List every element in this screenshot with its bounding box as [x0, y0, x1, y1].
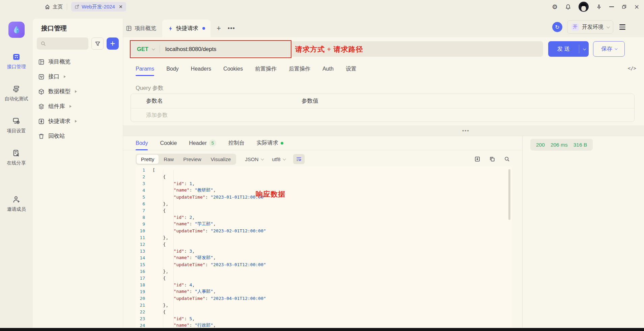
tab-console[interactable]: 控制台	[228, 136, 245, 150]
add-param-row[interactable]: 添加参数	[131, 108, 634, 122]
tab-label: Cookie	[160, 140, 177, 146]
tab-label: Body	[136, 140, 148, 146]
code-line: 8 "id": 2,	[136, 214, 512, 221]
project-tab-chip[interactable]: Web开发-2024 ✕	[71, 2, 126, 11]
sidebar-item-recycle-bin[interactable]: 回收站	[33, 129, 123, 144]
invite-members-icon	[12, 195, 21, 204]
online-share-icon	[12, 149, 21, 157]
tab-more-icon[interactable]: •••	[228, 25, 235, 32]
user-avatar[interactable]	[579, 2, 589, 12]
code-text: "name": "研发部",	[152, 255, 216, 261]
code-text: "updateTime": "2023-01-01T12:00:00"	[152, 195, 266, 200]
home-button[interactable]: 主页	[45, 4, 63, 10]
send-button[interactable]: 发 送	[548, 41, 589, 57]
tab-actual-request[interactable]: 实际请求	[257, 136, 283, 150]
encoding-select[interactable]: utf8	[272, 156, 285, 162]
tab-post-operations[interactable]: 后置操作	[289, 62, 310, 76]
expand-arrow-icon[interactable]	[75, 120, 77, 123]
app-logo[interactable]	[8, 22, 25, 38]
new-tab-icon[interactable]: +	[217, 25, 221, 32]
response-body-viewer[interactable]: 1[2 {3 "id": 1,4 "name": "教研部",5 "update…	[136, 167, 512, 328]
response-meta-panel: 200 206 ms 316 B	[522, 136, 644, 328]
code-line: 9 "name": "学工部",	[136, 221, 512, 227]
word-wrap-toggle[interactable]	[293, 154, 305, 164]
tab-response-body[interactable]: Body	[136, 136, 148, 150]
rail-item-online-share[interactable]: 在线分享	[7, 149, 26, 166]
tab-project-overview[interactable]: 项目概览	[123, 25, 162, 32]
expand-arrow-icon[interactable]	[69, 105, 72, 108]
tab-headers[interactable]: Headers	[191, 62, 211, 76]
pin-icon[interactable]	[596, 4, 602, 10]
line-number: 16	[136, 269, 145, 274]
sync-icon[interactable]: ↻	[552, 22, 562, 32]
expand-arrow-icon[interactable]	[75, 90, 77, 93]
rail-item-automated-testing[interactable]: 自动化测试	[5, 85, 28, 102]
expand-arrow-icon[interactable]	[64, 75, 66, 78]
code-text: },	[152, 303, 168, 308]
sidebar-item-component-library[interactable]: 组件库	[33, 99, 123, 114]
tab-auth[interactable]: Auth	[323, 62, 334, 76]
format-select[interactable]: JSON	[245, 156, 263, 162]
view-raw[interactable]: Raw	[159, 155, 178, 164]
tab-settings[interactable]: 设置	[346, 62, 357, 76]
search-icon[interactable]	[504, 156, 510, 162]
tab-pre-operations[interactable]: 前置操作	[255, 62, 277, 76]
code-line: 16 },	[136, 268, 512, 275]
sidebar-item-apis[interactable]: 接口	[33, 69, 123, 84]
view-visualize[interactable]: Visualize	[206, 155, 235, 164]
rail-item-api-management[interactable]: 接口管理	[7, 53, 26, 70]
view-preview[interactable]: Preview	[179, 155, 205, 164]
response-annotation: 响应数据	[256, 189, 285, 199]
code-text: {	[152, 309, 166, 314]
code-text: [	[152, 168, 155, 173]
code-view-icon[interactable]: </>	[628, 66, 636, 71]
tab-label: 快捷请求	[176, 25, 198, 32]
window-bottom-edge	[0, 328, 644, 331]
sidebar-item-data-models[interactable]: 数据模型	[33, 84, 123, 99]
tab-params[interactable]: Params	[136, 62, 154, 76]
environment-selector[interactable]: 开 开发环境	[567, 20, 613, 34]
url-input[interactable]: localhost:8080/depts	[165, 46, 216, 52]
method-select[interactable]: GET	[137, 46, 148, 52]
filter-button[interactable]	[91, 37, 104, 50]
rail-item-project-settings[interactable]: 项目设置	[7, 117, 26, 134]
tab-quick-request[interactable]: 快捷请求	[162, 20, 211, 37]
close-window-icon[interactable]	[634, 4, 639, 9]
tab-response-header[interactable]: Header 5	[189, 136, 216, 150]
tab-body[interactable]: Body	[166, 62, 178, 76]
send-dropdown-icon[interactable]	[579, 48, 589, 50]
code-text: },	[152, 235, 168, 240]
sidebar-item-quick-request[interactable]: 快捷请求	[33, 114, 123, 129]
tab-response-cookie[interactable]: Cookie	[160, 136, 177, 150]
code-line: 1[	[136, 167, 512, 173]
save-label: 保存	[601, 45, 612, 53]
view-pretty[interactable]: Pretty	[137, 155, 159, 164]
code-scrollbar[interactable]	[508, 169, 510, 220]
line-number: 3	[136, 181, 145, 186]
api-management-icon	[12, 53, 21, 61]
download-icon[interactable]	[474, 156, 480, 162]
settings-gear-icon[interactable]: ⚙	[552, 4, 558, 10]
restore-window-icon[interactable]	[621, 4, 627, 9]
menu-icon[interactable]	[619, 24, 625, 29]
tab-cookies[interactable]: Cookies	[223, 62, 243, 76]
sidebar-item-project-overview[interactable]: 项目概览	[33, 54, 123, 69]
panel-resize-handle[interactable]: •••	[462, 128, 470, 133]
line-number: 24	[136, 323, 145, 328]
line-number: 5	[136, 195, 145, 200]
project-tab-label: Web开发-2024	[82, 4, 115, 10]
notification-bell-icon[interactable]	[565, 4, 571, 10]
add-button[interactable]	[107, 37, 119, 50]
minimize-icon[interactable]	[609, 6, 614, 7]
save-dropdown-icon[interactable]	[615, 47, 617, 50]
search-input[interactable]	[37, 37, 88, 50]
rail-item-invite-members[interactable]: 邀请成员	[7, 195, 26, 212]
code-line: 17 {	[136, 275, 512, 281]
sidebar-item-label: 接口	[48, 73, 59, 80]
line-number: 23	[136, 316, 145, 321]
project-tab-close-icon[interactable]: ✕	[119, 4, 123, 9]
save-button[interactable]: 保存	[593, 41, 625, 57]
copy-icon[interactable]	[489, 156, 495, 162]
code-line: 23 "id": 5,	[136, 315, 512, 322]
sidebar-search-row	[33, 33, 123, 50]
